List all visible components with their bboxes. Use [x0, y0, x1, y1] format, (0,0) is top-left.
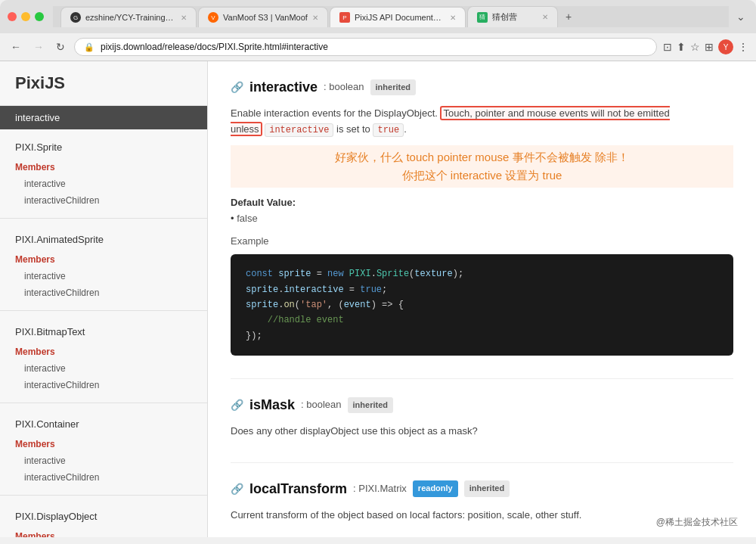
default-value-section: Default Value: • false [231, 195, 733, 227]
tab-2[interactable]: V VanMoof S3 | VanMoof ✕ [198, 7, 328, 27]
tab-4-title: 猜创营 [492, 11, 538, 23]
sidebar-member-container-interactive[interactable]: interactive [0, 452, 207, 469]
api-type-ismask: boolean [301, 397, 342, 413]
tabs-bar: G ezshine/YCY-TrainingCamp-S… ✕ V VanMoo… [53, 6, 729, 27]
sidebar: PixiJS interactive PIXI.Sprite Members i… [0, 61, 208, 537]
divider-2 [0, 310, 207, 311]
api-entry-interactive: 🔗 interactive boolean inherited Enable i… [231, 76, 733, 356]
link-icon-interactive: 🔗 [231, 79, 243, 95]
maximize-button[interactable] [35, 12, 44, 21]
title-bar: G ezshine/YCY-TrainingCamp-S… ✕ V VanMoo… [0, 0, 756, 33]
badge-inherited-interactive: inherited [370, 79, 416, 96]
sidebar-member-container-interactivechildren[interactable]: interactiveChildren [0, 469, 207, 486]
api-name-localtransform: localTransform [249, 478, 347, 500]
api-description-ismask: Does any other displayObject use this ob… [231, 424, 733, 440]
content-area: 🔗 interactive boolean inherited Enable i… [208, 61, 756, 537]
screen-cast-icon[interactable]: ⊡ [663, 41, 672, 53]
sidebar-selected-item[interactable]: interactive [0, 106, 207, 129]
tab-1-favicon: G [70, 12, 81, 23]
tab-2-close[interactable]: ✕ [312, 14, 318, 22]
default-value-label: Default Value: [231, 197, 296, 208]
link-icon-localtransform: 🔗 [231, 480, 243, 497]
tab-3-favicon: P [339, 12, 350, 23]
inline-code-true: true [373, 123, 404, 137]
separator-1 [231, 378, 733, 379]
sidebar-member-animated-interactive[interactable]: interactive [0, 268, 207, 284]
sidebar-members-container: Members [0, 436, 207, 452]
share-icon[interactable]: ⬆ [677, 41, 686, 53]
browser-chrome: G ezshine/YCY-TrainingCamp-S… ✕ V VanMoo… [0, 0, 756, 61]
api-name-ismask: isMask [249, 394, 295, 416]
tab-1-close[interactable]: ✕ [181, 14, 187, 22]
browser-menu-button[interactable]: ⌄ [733, 8, 748, 26]
divider-4 [0, 495, 207, 496]
sidebar-section-bitmaptext: PIXI.BitmapText Members interactive inte… [0, 314, 207, 399]
sidebar-member-sprite-interactive[interactable]: interactive [0, 176, 207, 192]
badge-inherited-ismask: inherited [348, 397, 393, 414]
divider-1 [0, 218, 207, 219]
api-title-ismask: 🔗 isMask boolean inherited [231, 394, 733, 416]
api-type-localtransform: PIXI.Matrix [353, 481, 407, 497]
sidebar-member-bitmap-interactivechildren[interactable]: interactiveChildren [0, 377, 207, 393]
address-bar-row: ← → ↻ 🔒 pixijs.download/release/docs/PIX… [0, 33, 756, 61]
inline-code-interactive: interactive [265, 123, 333, 137]
bookmark-icon[interactable]: ☆ [690, 41, 700, 53]
minimize-button[interactable] [21, 12, 30, 21]
tab-1[interactable]: G ezshine/YCY-TrainingCamp-S… ✕ [60, 7, 197, 27]
tab-3-close[interactable]: ✕ [450, 14, 456, 22]
sidebar-members-displayobject: Members [0, 528, 207, 537]
forward-button[interactable]: → [30, 39, 47, 54]
sidebar-item-displayobject[interactable]: PIXI.DisplayObject [0, 505, 207, 528]
url-text: pixijs.download/release/docs/PIXI.Sprite… [101, 42, 647, 52]
example-label-interactive: Example [231, 234, 733, 250]
sidebar-member-sprite-interactivechildren[interactable]: interactiveChildren [0, 192, 207, 209]
code-const: const [246, 269, 273, 279]
address-bar[interactable]: 🔒 pixijs.download/release/docs/PIXI.Spri… [74, 38, 657, 56]
watermark: @稀土掘金技术社区 [650, 513, 744, 532]
api-name-interactive: interactive [249, 76, 318, 98]
close-button[interactable] [8, 12, 17, 21]
separator-2 [231, 462, 733, 463]
divider-3 [0, 403, 207, 403]
sidebar-item-container[interactable]: PIXI.Container [0, 412, 207, 436]
sidebar-item-bitmaptext[interactable]: PIXI.BitmapText [0, 320, 207, 343]
link-icon-ismask: 🔗 [231, 396, 243, 413]
sidebar-member-bitmap-interactive[interactable]: interactive [0, 360, 207, 377]
traffic-lights [8, 12, 44, 21]
sidebar-section-container: PIXI.Container Members interactive inter… [0, 406, 207, 492]
sidebar-section-animatedsprite: PIXI.AnimatedSprite Members interactive … [0, 222, 207, 307]
api-description-interactive: Enable interaction events for the Displa… [231, 106, 733, 138]
sidebar-members-sprite: Members [0, 159, 207, 176]
toolbar-icons: ⊡ ⬆ ☆ ⊞ Y ⋮ [663, 39, 748, 54]
api-title-interactive: 🔗 interactive boolean inherited [231, 76, 733, 98]
code-block-interactive: const sprite = new PIXI.Sprite(texture);… [231, 254, 733, 356]
back-button[interactable]: ← [8, 39, 24, 54]
annotation-line2: 你把这个 interactive 设置为 true [231, 166, 733, 185]
tab-4-favicon: 猜 [477, 12, 488, 23]
refresh-button[interactable]: ↻ [53, 39, 68, 54]
tab-1-title: ezshine/YCY-TrainingCamp-S… [85, 13, 176, 22]
new-tab-button[interactable]: + [559, 6, 578, 27]
tab-2-title: VanMoof S3 | VanMoof [223, 13, 308, 22]
main-layout: PixiJS interactive PIXI.Sprite Members i… [0, 61, 756, 537]
tab-4-close[interactable]: ✕ [542, 13, 548, 21]
sidebar-logo: PixiJS [0, 61, 207, 106]
sidebar-item-animatedsprite[interactable]: PIXI.AnimatedSprite [0, 228, 207, 251]
extension-icon[interactable]: ⊞ [705, 41, 714, 53]
default-value-item: false [237, 213, 257, 224]
sidebar-section-displayobject: PIXI.DisplayObject Members interactive [0, 499, 207, 537]
tab-3[interactable]: P PixiJS API Documentation ✕ [330, 7, 466, 27]
tab-2-favicon: V [208, 12, 218, 23]
badge-readonly-localtransform: readonly [413, 480, 458, 497]
profile-avatar[interactable]: Y [718, 39, 733, 54]
tab-3-title: PixiJS API Documentation [355, 13, 445, 22]
tab-4[interactable]: 猜 猜创营 ✕ [467, 6, 558, 27]
sidebar-members-animatedsprite: Members [0, 251, 207, 268]
badge-inherited-localtransform: inherited [464, 480, 510, 497]
sidebar-member-animated-interactivechildren[interactable]: interactiveChildren [0, 284, 207, 301]
annotation-line1: 好家伙，什么 touch pointer mouse 事件不会被触发 除非！ [231, 148, 733, 166]
lock-icon: 🔒 [84, 42, 94, 52]
sidebar-item-sprite[interactable]: PIXI.Sprite [0, 135, 207, 159]
more-options-icon[interactable]: ⋮ [738, 41, 748, 53]
api-type-interactive: boolean [324, 79, 364, 95]
